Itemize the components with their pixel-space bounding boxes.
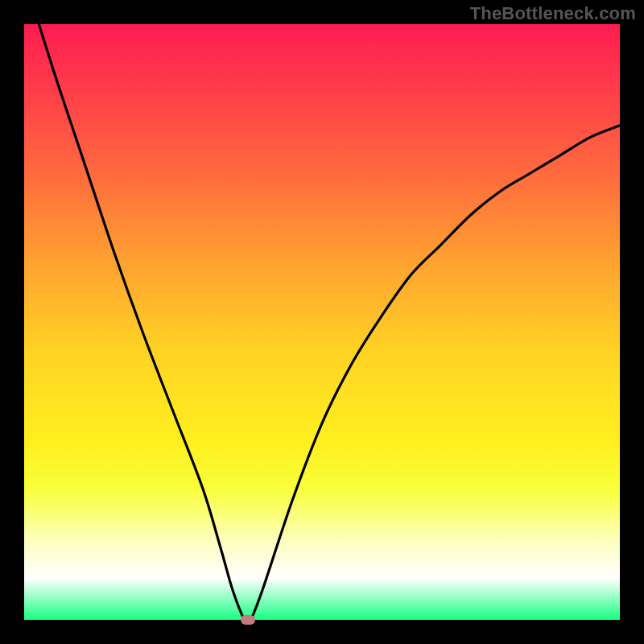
plot-area [24, 24, 620, 620]
watermark-text: TheBottleneck.com [470, 3, 636, 24]
optimum-marker [241, 615, 255, 625]
bottleneck-curve [24, 24, 620, 620]
chart-frame: TheBottleneck.com [0, 0, 644, 644]
